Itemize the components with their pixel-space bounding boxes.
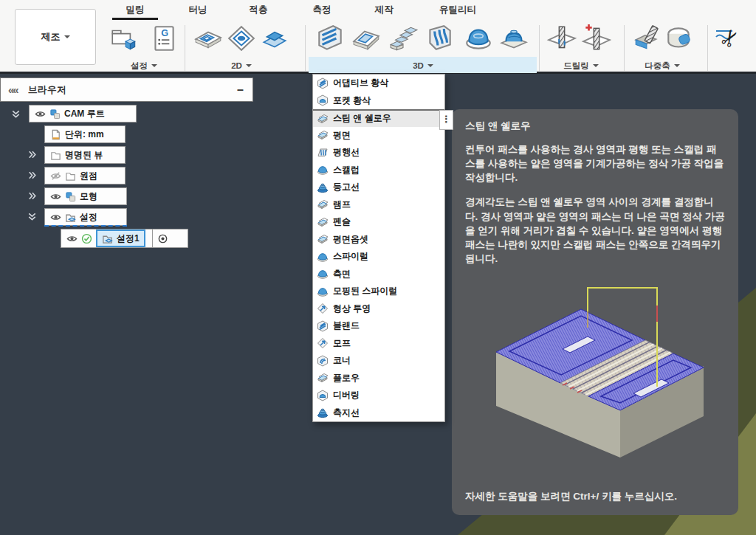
- menu-item-label: 측지선: [333, 407, 360, 419]
- drilling-icon[interactable]: [546, 23, 577, 54]
- tab-turning[interactable]: 터닝: [183, 4, 213, 18]
- 3d-parallel-icon[interactable]: [424, 23, 455, 54]
- multiaxis-swarf-icon[interactable]: [633, 23, 664, 54]
- menu-item-pencil[interactable]: 펜슬: [313, 213, 444, 231]
- tab-inspect[interactable]: 측정: [307, 4, 337, 18]
- menu-item-pocket-clearing[interactable]: 포켓 황삭: [313, 92, 444, 110]
- adaptive-clearing-icon: [317, 77, 329, 89]
- visibility-eye-icon[interactable]: [35, 108, 46, 120]
- menu-item-label: 평면옵셋: [333, 233, 368, 246]
- browser-node-setup1[interactable]: 설정1: [61, 229, 188, 248]
- group-label-drilling[interactable]: 드릴링: [555, 58, 607, 73]
- group-label-2d[interactable]: 2D: [216, 58, 267, 73]
- browser-node-cam-root[interactable]: CAM 루트: [29, 105, 137, 122]
- menu-item-morphed-spiral[interactable]: 모핑된 스파이럴: [313, 283, 444, 300]
- 3d-adaptive-clearing-icon[interactable]: [315, 23, 346, 54]
- new-setup-button-icon[interactable]: [109, 23, 140, 54]
- expand-collapse-chevron-icon[interactable]: [27, 149, 38, 160]
- menu-item-blend[interactable]: 블랜드: [313, 317, 444, 335]
- 3d-steep-shallow-icon[interactable]: [388, 23, 419, 54]
- 2d-pocket-icon[interactable]: [226, 23, 257, 54]
- browser-minimize-icon[interactable]: –: [237, 83, 244, 97]
- browser-node-units[interactable]: 단위: mm: [44, 125, 126, 143]
- menu-item-label: 모프: [333, 337, 351, 350]
- expand-collapse-chevron-icon[interactable]: [27, 190, 38, 201]
- group-label-3d[interactable]: 3D: [397, 58, 449, 73]
- menu-item-label: 펜슬: [333, 215, 351, 228]
- flat-icon: [317, 129, 329, 141]
- morph-icon: [317, 337, 329, 349]
- browser-node-label: CAM 루트: [64, 108, 105, 120]
- menu-item-geodesic[interactable]: 측지선: [313, 404, 444, 422]
- visibility-eye-off-icon[interactable]: [50, 170, 61, 182]
- multiaxis-rotary-icon[interactable]: [664, 23, 695, 54]
- menu-item-project[interactable]: 형상 투영: [313, 300, 444, 318]
- menu-item-spiral[interactable]: 스파이럴: [313, 248, 444, 266]
- menu-item-corner[interactable]: 코너: [313, 352, 444, 370]
- menu-item-deburr[interactable]: 디버링: [313, 387, 444, 404]
- setup-folder-icon: [65, 212, 76, 223]
- menu-item-morph[interactable]: 모프: [313, 335, 444, 353]
- chevron-down-icon: [64, 35, 70, 41]
- expand-collapse-chevron-icon[interactable]: [10, 108, 21, 120]
- activate-target-box[interactable]: [152, 229, 168, 247]
- radial-icon: [317, 268, 329, 280]
- cutting-button[interactable]: ✂: [713, 22, 747, 56]
- setup-folder-icon: [102, 233, 113, 244]
- selected-setup-box[interactable]: 설정1: [96, 229, 145, 247]
- menu-item-label: 디버링: [333, 389, 360, 401]
- toolbar-separator: [707, 25, 708, 71]
- visibility-eye-icon[interactable]: [50, 191, 61, 202]
- menu-item-scallop[interactable]: 스캘럽: [313, 162, 444, 179]
- menu-item-contour[interactable]: 등고선: [313, 179, 444, 196]
- menu-item-label: 평면: [333, 129, 351, 142]
- 3d-pocket-clearing-icon[interactable]: [351, 23, 382, 54]
- workspace-switcher-button[interactable]: 제조: [15, 9, 96, 65]
- group-label-setup[interactable]: 설정: [118, 58, 170, 73]
- menu-item-label: 스팁 앤 쉘로우: [333, 112, 391, 125]
- group-label-multiaxis[interactable]: 다중축: [636, 58, 688, 73]
- pencil-icon: [317, 216, 329, 228]
- tab-additive[interactable]: 적층: [244, 4, 273, 18]
- component-icon: [65, 191, 76, 202]
- menu-item-adaptive-clearing[interactable]: 어댑티브 황삭: [313, 75, 444, 92]
- expand-collapse-chevron-icon[interactable]: [27, 211, 38, 222]
- add-drilling-icon[interactable]: [581, 23, 612, 54]
- menu-item-label: 포켓 황삭: [333, 94, 371, 107]
- browser-node-setups[interactable]: 설정: [44, 208, 127, 226]
- browser-node-label: 단위: mm: [65, 128, 104, 141]
- menu-item-label: 등고선: [333, 181, 360, 193]
- menu-item-parallel[interactable]: 평행선: [313, 144, 444, 162]
- menu-item-radial[interactable]: 측면: [313, 266, 444, 283]
- morphed-spiral-icon: [317, 286, 329, 297]
- browser-node-label: 설정1: [117, 232, 140, 245]
- browser-node-origin[interactable]: 원점: [44, 167, 126, 184]
- visibility-eye-icon[interactable]: [66, 233, 78, 244]
- project-icon: [317, 303, 329, 314]
- 2d-adaptive-icon[interactable]: [193, 23, 224, 54]
- menu-item-flat-offset[interactable]: 평면옵셋: [313, 231, 444, 249]
- tab-milling[interactable]: 밀링: [112, 4, 158, 18]
- toolbar-separator: [539, 25, 540, 71]
- 3d-spiral-icon[interactable]: [498, 23, 529, 54]
- browser-collapse-icon[interactable]: ««: [8, 83, 18, 96]
- tab-utilities[interactable]: 유틸리티: [436, 4, 480, 18]
- visibility-eye-icon[interactable]: [50, 212, 61, 223]
- post-process-gcode-icon[interactable]: [148, 23, 179, 54]
- browser-node-model[interactable]: 모형: [44, 187, 127, 205]
- chevron-down-icon: [674, 64, 680, 70]
- tab-fabrication[interactable]: 제작: [369, 4, 399, 18]
- menu-item-steep-and-shallow[interactable]: 스팁 앤 쉘로우⋮: [313, 109, 444, 127]
- pocket-clearing-icon: [317, 94, 329, 106]
- activate-radio-icon[interactable]: [157, 233, 168, 244]
- folder-icon: [50, 150, 61, 161]
- menu-item-flat[interactable]: 평면: [313, 127, 444, 145]
- chevron-down-icon: [593, 64, 599, 70]
- browser-node-named-views[interactable]: 명명된 뷰: [44, 146, 126, 164]
- expand-collapse-chevron-icon[interactable]: [27, 170, 38, 181]
- 3d-scallop-icon[interactable]: [463, 23, 494, 54]
- menu-item-ramp[interactable]: 램프: [313, 196, 444, 214]
- menu-item-flow[interactable]: 플로우: [313, 370, 444, 387]
- ramp-icon: [317, 199, 329, 210]
- 2d-face-icon[interactable]: [259, 23, 290, 54]
